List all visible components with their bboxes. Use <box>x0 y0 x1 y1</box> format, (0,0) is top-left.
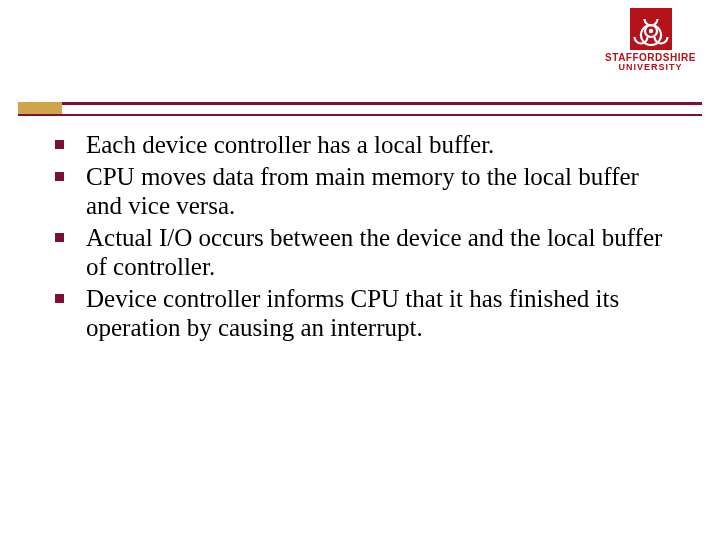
list-item-text: CPU moves data from main memory to the l… <box>86 162 675 221</box>
square-bullet-icon <box>55 140 64 149</box>
square-bullet-icon <box>55 233 64 242</box>
header-divider <box>18 102 702 116</box>
university-logo: STAFFORDSHIRE UNIVERSITY <box>593 8 708 73</box>
list-item: Device controller informs CPU that it ha… <box>55 284 675 343</box>
square-bullet-icon <box>55 172 64 181</box>
list-item: CPU moves data from main memory to the l… <box>55 162 675 221</box>
svg-point-5 <box>648 29 652 33</box>
list-item: Each device controller has a local buffe… <box>55 130 675 160</box>
square-bullet-icon <box>55 294 64 303</box>
slide: STAFFORDSHIRE UNIVERSITY Each device con… <box>0 0 720 540</box>
list-item-text: Device controller informs CPU that it ha… <box>86 284 675 343</box>
biohazard-icon <box>630 8 672 50</box>
logo-text: STAFFORDSHIRE UNIVERSITY <box>593 52 708 73</box>
logo-subname: UNIVERSITY <box>593 63 708 73</box>
list-item: Actual I/O occurs between the device and… <box>55 223 675 282</box>
list-item-text: Each device controller has a local buffe… <box>86 130 675 160</box>
list-item-text: Actual I/O occurs between the device and… <box>86 223 675 282</box>
slide-body: Each device controller has a local buffe… <box>55 130 675 345</box>
